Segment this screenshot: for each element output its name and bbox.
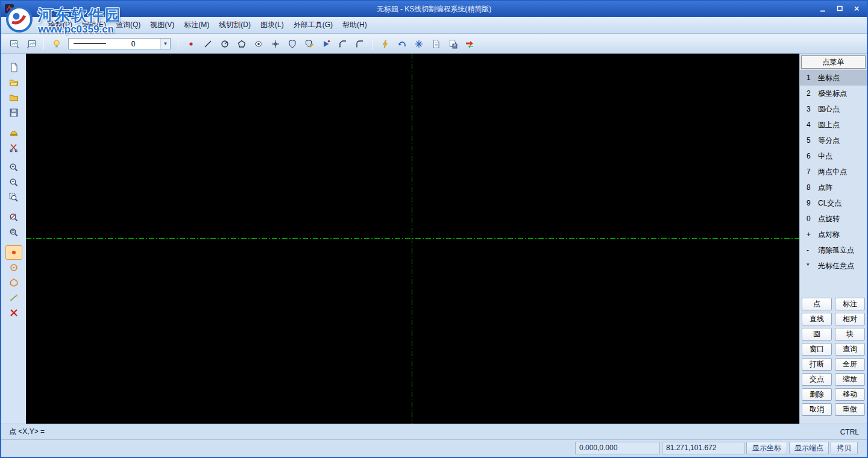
ctrl-indicator: CTRL (840, 428, 859, 436)
drawing-canvas[interactable] (26, 54, 799, 424)
point-menu-item-cursor-any[interactable]: * 光标任意点 (800, 258, 867, 274)
item-label: 极坐标点 (818, 89, 847, 99)
show-coordinates-button[interactable]: 显示坐标 (746, 442, 787, 454)
redo-icon[interactable] (412, 37, 426, 51)
circle-draw-icon[interactable] (5, 260, 22, 275)
undo-icon[interactable] (395, 37, 409, 51)
lightbulb-icon[interactable] (49, 37, 63, 51)
point-menu-item-cl-intersect[interactable]: 9 CL交点 (800, 195, 867, 211)
circle-tool-icon[interactable] (218, 37, 231, 51)
crosshair-icon[interactable] (268, 37, 282, 51)
point-draw-icon[interactable] (5, 245, 22, 260)
corner-chamfer-icon[interactable] (336, 37, 350, 51)
zoom-out-icon[interactable] (5, 175, 22, 190)
zoom-previous-icon[interactable] (5, 210, 22, 225)
crosshair-horizontal-line (26, 238, 799, 239)
zoom-all-icon[interactable] (5, 225, 22, 240)
command-button-delete[interactable]: 删除 (802, 388, 832, 401)
menu-external-tools[interactable]: 外部工具(G) (289, 17, 338, 33)
menu-dimension[interactable]: 标注(M) (179, 17, 214, 33)
save-icon[interactable] (5, 105, 22, 120)
line-draw-icon[interactable] (5, 290, 22, 305)
document-icon[interactable] (429, 37, 442, 51)
point-menu-item-divide[interactable]: 5 等分点 (800, 133, 867, 148)
point-tool-icon[interactable] (184, 37, 198, 51)
polygon-draw-icon[interactable] (5, 275, 22, 290)
menu-edit[interactable]: 编辑(E) (77, 17, 111, 33)
item-key: 4 (807, 121, 815, 129)
line-tool-icon[interactable] (201, 37, 215, 51)
line-width-combo[interactable]: 0 ▼ (68, 38, 171, 49)
item-key: 3 (807, 105, 815, 113)
menu-help[interactable]: 帮助(H) (338, 17, 372, 33)
export-image-icon[interactable] (7, 37, 21, 51)
lamp-icon[interactable] (5, 125, 22, 140)
point-menu-item-rotate[interactable]: 0 点旋转 (800, 211, 867, 227)
command-button-move[interactable]: 移动 (835, 388, 865, 401)
delete-x-icon[interactable] (5, 306, 22, 320)
main-toolbar: 0 ▼ (1, 34, 867, 54)
item-key: 7 (807, 168, 815, 176)
item-label: 点阵 (818, 183, 832, 193)
point-menu-item-mirror[interactable]: + 点对称 (800, 227, 867, 242)
item-label: 两点中点 (818, 167, 847, 177)
side-toolbar (1, 54, 26, 424)
copy-button[interactable]: 拷贝 (831, 442, 858, 454)
command-button-intersect[interactable]: 交点 (802, 373, 832, 386)
point-menu-item-circle-center[interactable]: 3 圆心点 (800, 101, 867, 117)
item-label: 中点 (818, 151, 832, 162)
command-button-relative[interactable]: 相对 (835, 313, 865, 325)
open-file-icon[interactable] (5, 75, 22, 90)
zoom-window-icon[interactable] (5, 190, 22, 205)
item-label: 点旋转 (818, 214, 840, 224)
shield-edit-icon[interactable] (302, 37, 316, 51)
transfer-icon[interactable] (462, 37, 476, 51)
command-button-redo[interactable]: 重做 (835, 403, 865, 416)
command-button-circle[interactable]: 圆 (802, 328, 832, 340)
point-menu-item-polar[interactable]: 2 极坐标点 (800, 86, 867, 101)
point-menu-item-two-point-mid[interactable]: 7 两点中点 (800, 164, 867, 180)
command-button-point[interactable]: 点 (802, 298, 832, 310)
point-menu-item-clear-isolated[interactable]: - 清除孤立点 (800, 242, 867, 258)
lightning-icon[interactable] (378, 37, 392, 51)
show-endpoints-button[interactable]: 显示端点 (789, 442, 829, 454)
menu-view[interactable]: 视图(V) (145, 17, 179, 33)
command-button-break[interactable]: 打断 (802, 358, 832, 371)
polygon-tool-icon[interactable] (234, 37, 248, 51)
command-button-cancel[interactable]: 取消 (802, 403, 832, 416)
simulate-icon[interactable] (319, 37, 333, 51)
item-key: + (807, 230, 815, 239)
cut-icon[interactable] (5, 140, 22, 155)
command-button-query[interactable]: 查询 (835, 343, 865, 356)
import-image-icon[interactable] (24, 37, 38, 51)
point-menu-item-on-circle[interactable]: 4 圆上点 (800, 117, 867, 133)
point-menu-item-midpoint[interactable]: 6 中点 (800, 148, 867, 164)
folder-icon[interactable] (5, 90, 22, 105)
chevron-down-icon[interactable]: ▼ (160, 39, 170, 49)
eye-icon[interactable] (251, 37, 265, 51)
shield-icon[interactable] (285, 37, 299, 51)
minimize-icon[interactable] (816, 3, 829, 14)
command-button-fullscreen[interactable]: 全屏 (835, 358, 865, 371)
close-icon[interactable] (850, 3, 863, 14)
command-button-line[interactable]: 直线 (802, 313, 832, 325)
zoom-in-icon[interactable] (5, 160, 22, 175)
command-button-dimension[interactable]: 标注 (835, 298, 865, 310)
command-button-block[interactable]: 块 (835, 328, 865, 340)
menu-block[interactable]: 图块(L) (256, 17, 289, 33)
window-title: 无标题 - KS线切割编程系统(精简版) (1, 4, 867, 14)
relative-coordinate-display: 81.271,101.672 (662, 442, 744, 454)
menu-query[interactable]: 查询(Q) (111, 17, 145, 33)
point-menu-item-coordinate[interactable]: 1 坐标点 (800, 70, 867, 86)
point-menu-title: 点菜单 (801, 55, 866, 69)
corner-fillet-icon[interactable] (353, 37, 366, 51)
command-button-window[interactable]: 窗口 (802, 343, 832, 356)
menu-draw[interactable]: 绘制(P) (43, 17, 77, 33)
document-save-icon[interactable] (445, 37, 459, 51)
new-file-icon[interactable] (5, 60, 22, 75)
menu-wirecut[interactable]: 线切割(D) (214, 17, 256, 33)
point-menu-item-array[interactable]: 8 点阵 (800, 180, 867, 195)
maximize-icon[interactable] (833, 3, 846, 14)
toolbar-separator (372, 38, 373, 50)
command-button-zoom[interactable]: 缩放 (835, 373, 865, 386)
